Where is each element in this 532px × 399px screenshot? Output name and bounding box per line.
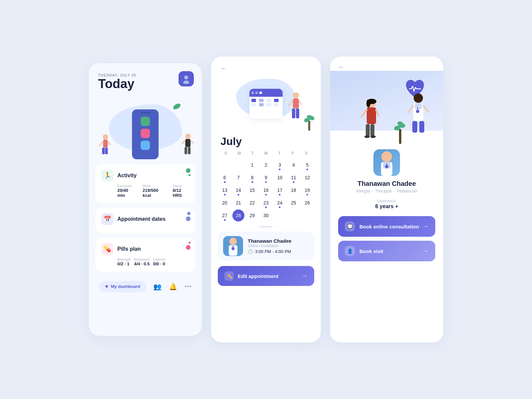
calendar-day[interactable]: 27 <box>219 209 231 221</box>
calendar-day[interactable]: 2 <box>260 159 272 171</box>
doctor-specialties: Allergist· Therapist· Pediatrician <box>338 189 435 194</box>
book-visit-button[interactable]: 👤 Book visit → <box>338 241 435 261</box>
user-avatar[interactable] <box>179 71 194 86</box>
calendar-day[interactable]: 5 <box>301 159 313 171</box>
svg-point-53 <box>370 135 376 138</box>
pill-lotensin: Lotensin 0/0 · 0 <box>153 258 166 266</box>
calendar-day[interactable]: 30 <box>260 209 272 221</box>
card-today: TUESDAY, JULY 25 Today <box>89 63 202 336</box>
svg-rect-38 <box>412 121 417 133</box>
heart-nav-icon: ♥ <box>105 284 108 290</box>
bell-nav-item[interactable]: 🔔 <box>169 283 177 291</box>
pills-section: 💊 Pills plan Moexipril 0/2 · 1 Benazepri… <box>95 238 195 272</box>
calendar-day[interactable]: 8 <box>246 172 258 184</box>
card2-back-button[interactable]: ← <box>220 65 227 72</box>
calendar-day[interactable]: 4 <box>288 159 300 171</box>
svg-point-1 <box>183 80 189 84</box>
svg-rect-3 <box>103 140 108 148</box>
more-nav-item[interactable]: ••• <box>185 283 192 290</box>
svg-point-25 <box>307 115 312 118</box>
calendar-day[interactable]: 17 <box>274 184 286 196</box>
consultation-arrow: → <box>423 223 429 230</box>
appointments-icon: 📅 <box>101 213 113 225</box>
clock-icon: 🕐 <box>248 249 253 254</box>
calendar-day[interactable]: 11 <box>288 172 300 184</box>
calendar-day[interactable]: 21 <box>232 197 244 209</box>
book-visit-label: Book visit <box>359 248 383 254</box>
calendar-day[interactable]: 12 <box>301 172 313 184</box>
dashboard-nav-item[interactable]: ♥ My dashboard <box>99 281 146 292</box>
pill-moexipril: Moexipril 0/2 · 1 <box>117 258 131 266</box>
users-nav-icon: 👥 <box>153 283 162 291</box>
calendar-day[interactable]: 20 <box>219 197 231 209</box>
calendar-grid: S M T W T F S 12345678910111213141516171… <box>211 150 321 221</box>
calendar-days: 1234567891011121314151617181920212223242… <box>218 159 314 221</box>
svg-line-21 <box>299 100 301 105</box>
edit-icon: ✏️ <box>224 271 234 281</box>
calendar-day[interactable]: 23 <box>260 197 272 209</box>
activity-title: Activity <box>117 173 137 179</box>
calendar-day[interactable]: 28 <box>232 209 244 221</box>
svg-line-20 <box>289 100 293 106</box>
edit-appointment-button[interactable]: ✏️ Edit appointment → <box>218 266 314 286</box>
more-nav-icon: ••• <box>185 283 192 290</box>
calendar-day[interactable]: 1 <box>246 159 258 171</box>
appointment-info: Thanawan Chadee Online consultation 🕐 3:… <box>248 238 309 254</box>
phone-illustration <box>132 109 159 159</box>
card-doctor: ← <box>330 57 443 342</box>
svg-point-29 <box>232 247 234 250</box>
appointments-section: 📅 Appointment dates <box>95 208 195 233</box>
card2-divider <box>259 226 273 227</box>
calendar-day[interactable]: 7 <box>232 172 244 184</box>
svg-rect-19 <box>296 108 299 118</box>
calendar-day[interactable]: 3 <box>274 159 286 171</box>
dashboard-nav-label: My dashboard <box>111 284 140 289</box>
users-nav-item[interactable]: 👥 <box>153 283 162 291</box>
svg-line-40 <box>408 106 413 112</box>
svg-rect-45 <box>367 107 376 124</box>
figure-left <box>99 133 117 161</box>
cards-container: TUESDAY, JULY 25 Today <box>0 43 532 356</box>
calendar-day[interactable]: 15 <box>246 184 258 196</box>
svg-rect-22 <box>308 121 310 131</box>
pill-benazepril: Benazepril 4/4 · 0.5 <box>134 258 150 266</box>
svg-rect-18 <box>292 108 295 118</box>
calendar-day[interactable]: 9 <box>260 172 272 184</box>
svg-point-8 <box>185 134 191 139</box>
leaf-decor <box>172 102 182 112</box>
calendar-day[interactable]: 6 <box>219 172 231 184</box>
book-consultation-button[interactable]: 💬 Book online consultation → <box>338 216 435 237</box>
svg-point-0 <box>184 75 188 79</box>
svg-rect-13 <box>188 147 191 154</box>
appointment-card: Thanawan Chadee Online consultation 🕐 3:… <box>218 231 314 261</box>
doctor-avatar-large <box>373 149 400 176</box>
card3-illustration <box>330 71 443 144</box>
card3-back-button[interactable]: ← <box>338 63 345 71</box>
calendar-day[interactable]: 25 <box>288 197 300 209</box>
calendar-day[interactable]: 19 <box>301 184 313 196</box>
calendar-day[interactable]: 13 <box>219 184 231 196</box>
calendar-day[interactable]: 24 <box>274 197 286 209</box>
calendar-day[interactable]: 29 <box>246 209 258 221</box>
specialty-pediatrician: Pediatrician <box>397 189 418 194</box>
appointment-doctor-name: Thanawan Chadee <box>248 238 309 244</box>
calendar-person <box>286 91 303 132</box>
appointment-type: Online consultation <box>248 244 309 248</box>
calendar-day[interactable]: 14 <box>232 184 244 196</box>
svg-rect-9 <box>185 139 191 147</box>
calendar-day[interactable]: 22 <box>246 197 258 209</box>
calendar-day[interactable]: 10 <box>274 172 286 184</box>
calendar-day[interactable]: 26 <box>301 197 313 209</box>
card1-illustration <box>89 98 202 164</box>
doctor-name: Thanawan Chadee <box>338 180 435 188</box>
visit-icon: 👤 <box>345 246 355 256</box>
svg-line-5 <box>108 141 110 145</box>
calendar-day[interactable]: 16 <box>260 184 272 196</box>
svg-rect-47 <box>370 124 374 137</box>
svg-point-57 <box>385 165 388 168</box>
calendar-day[interactable]: 18 <box>288 184 300 196</box>
doctor-content: Thanawan Chadee Allergist· Therapist· Pe… <box>330 144 443 269</box>
svg-point-51 <box>366 99 370 107</box>
appointments-row: 📅 Appointment dates <box>101 213 189 225</box>
plant-decor <box>304 111 314 132</box>
